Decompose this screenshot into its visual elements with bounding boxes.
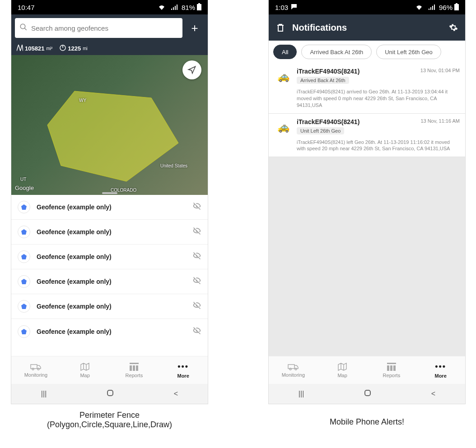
svg-rect-27 [387, 365, 389, 371]
search-icon [19, 23, 28, 33]
wifi-icon [414, 4, 425, 11]
nav-more[interactable]: ••• More [159, 356, 208, 384]
area-unit: mi² [46, 46, 52, 51]
svg-marker-12 [21, 329, 27, 334]
list-item[interactable]: Geofence (example only) [11, 294, 208, 319]
list-item[interactable]: Geofence (example only) [11, 195, 208, 220]
wifi-icon [156, 4, 167, 11]
app-nav: Monitoring Map Reports ••• More [11, 356, 208, 384]
home-button[interactable] [364, 389, 372, 399]
nav-more[interactable]: •••More [416, 356, 465, 384]
visibility-off-icon[interactable] [192, 202, 201, 212]
svg-marker-8 [21, 229, 27, 235]
nav-reports[interactable]: Reports [110, 356, 159, 384]
phone-geofence: 10:47 81% + [11, 0, 208, 404]
notification-item[interactable]: 🚕 iTrackEF4940S(8241) Arrived Back At 26… [269, 63, 465, 114]
notif-time: 13 Nov, 11:16 AM [420, 118, 460, 136]
geofence-header: + [11, 14, 208, 42]
chip-arrived[interactable]: Arrived Back At 26th [301, 45, 372, 59]
geofence-label: Geofence (example only) [37, 278, 186, 285]
svg-rect-17 [130, 365, 132, 371]
nav-map[interactable]: Map [61, 356, 110, 384]
battery-icon [454, 3, 459, 12]
map-label-us: United States [160, 163, 187, 168]
visibility-off-icon[interactable] [192, 301, 201, 312]
battery-icon [197, 3, 201, 12]
notif-description: iTrackEF4940S(8241) arrived to Geo 26th.… [274, 88, 460, 109]
battery-pct: 81% [182, 4, 195, 11]
svg-rect-29 [393, 365, 396, 371]
svg-rect-16 [130, 363, 139, 364]
svg-rect-1 [197, 4, 201, 10]
notification-item[interactable]: 🚕 iTrackEF4940S(8241) Unit Left 26th Geo… [269, 114, 465, 157]
recents-button[interactable]: ||| [299, 390, 304, 398]
visibility-off-icon[interactable] [192, 276, 201, 287]
clock: 10:47 [18, 4, 35, 11]
polygon-icon [18, 250, 30, 263]
notif-time: 13 Nov, 01:04 PM [420, 68, 460, 86]
list-item[interactable]: Geofence (example only) [11, 319, 208, 344]
area-icon [17, 45, 23, 52]
delete-icon[interactable] [275, 23, 286, 32]
polygon-icon [18, 300, 30, 313]
signal-icon [426, 4, 437, 11]
geofence-stats: 105821 mi² 1225 mi [11, 42, 208, 55]
polygon-icon [18, 226, 30, 238]
add-geofence-button[interactable]: + [185, 18, 204, 37]
caption-right: Mobile Phone Alerts! [269, 417, 465, 427]
clock: 1:03 [275, 4, 288, 11]
nav-monitoring[interactable]: Monitoring [11, 356, 61, 384]
vehicle-icon: 🚕 [274, 68, 292, 86]
signal-icon [169, 4, 180, 11]
google-logo: Google [15, 185, 34, 191]
recents-button[interactable]: ||| [41, 390, 47, 398]
home-button[interactable] [106, 389, 114, 399]
geofence-label: Geofence (example only) [37, 253, 186, 260]
settings-icon[interactable] [448, 23, 459, 32]
svg-point-24 [289, 368, 291, 370]
svg-point-14 [32, 368, 34, 370]
svg-marker-6 [47, 91, 178, 181]
chip-left[interactable]: Unit Left 26th Geo [376, 45, 441, 59]
nav-map[interactable]: Map [318, 356, 367, 384]
notif-title: iTrackEF4940S(8241) [297, 118, 416, 125]
battery-pct: 96% [439, 4, 453, 11]
my-location-button[interactable] [182, 60, 201, 79]
drag-handle[interactable] [102, 192, 117, 194]
back-button[interactable]: < [174, 390, 178, 398]
svg-rect-18 [133, 365, 135, 371]
status-bar: 10:47 81% [11, 0, 208, 14]
notif-title: iTrackEF4940S(8241) [297, 68, 416, 75]
phone-notifications: 1:03 96% Notifications All Arrived Back … [269, 0, 465, 404]
chip-all[interactable]: All [273, 45, 297, 59]
svg-rect-0 [198, 3, 200, 4]
notif-tag: Arrived Back At 26th [297, 77, 349, 84]
list-item[interactable]: Geofence (example only) [11, 245, 208, 269]
svg-rect-22 [454, 4, 459, 10]
list-item[interactable]: Geofence (example only) [11, 269, 208, 294]
map-label-ut: UT [20, 177, 26, 182]
app-nav: Monitoring Map Reports •••More [269, 356, 465, 384]
nav-reports[interactable]: Reports [367, 356, 416, 384]
message-icon [291, 4, 297, 11]
notification-list: 🚕 iTrackEF4940S(8241) Arrived Back At 26… [269, 63, 465, 356]
perimeter-icon [60, 45, 66, 52]
visibility-off-icon[interactable] [192, 251, 201, 262]
perimeter-unit: mi [83, 46, 88, 51]
back-button[interactable]: < [431, 390, 435, 398]
notif-tag: Unit Left 26th Geo [297, 127, 344, 134]
caption-left: Perimeter Fence (Polygon,Circle,Square,L… [11, 411, 208, 430]
svg-point-2 [20, 24, 25, 29]
filter-chips: All Arrived Back At 26th Unit Left 26th … [269, 41, 465, 63]
visibility-off-icon[interactable] [192, 326, 201, 337]
polygon-icon [18, 201, 30, 213]
notif-description: iTrackEF4940S(8241) left Geo 26th. At 11… [274, 139, 460, 152]
svg-line-3 [24, 28, 27, 30]
map-view[interactable]: WY COLORADO United States UT Google [11, 55, 208, 195]
search-input[interactable] [31, 24, 178, 32]
nav-monitoring[interactable]: Monitoring [269, 356, 318, 384]
list-item[interactable]: Geofence (example only) [11, 220, 208, 245]
polygon-icon [18, 275, 30, 288]
visibility-off-icon[interactable] [192, 226, 201, 237]
search-box[interactable] [15, 18, 182, 38]
